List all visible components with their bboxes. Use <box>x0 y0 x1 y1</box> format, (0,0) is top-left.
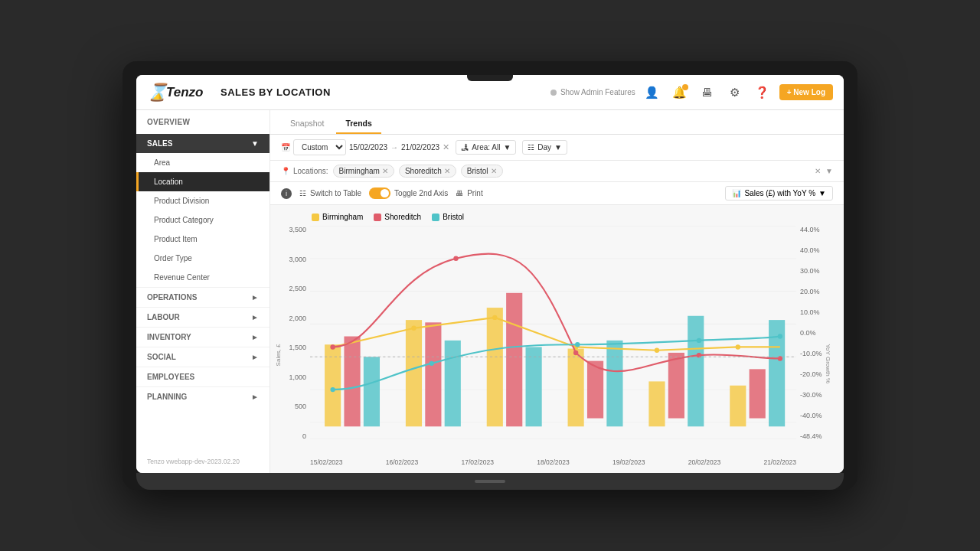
admin-dot-icon <box>550 90 557 96</box>
filter-icon: ☷ <box>528 143 534 152</box>
bar-bristol-3 <box>526 347 542 427</box>
legend-shoreditch: Shoreditch <box>374 213 421 221</box>
bar-bristol-4 <box>606 341 622 426</box>
bar-birmingham-5 <box>648 382 665 427</box>
page-title: SALES BY LOCATION <box>220 86 550 98</box>
dot-bristol-3 <box>575 342 580 347</box>
monitor-icon[interactable]: 🖶 <box>697 82 718 103</box>
y-right-label-rotate: YoY Growth % <box>825 344 832 384</box>
tab-trends[interactable]: Trends <box>336 114 381 134</box>
sidebar-section-social[interactable]: SOCIAL ► <box>136 347 270 367</box>
toggle-switch[interactable] <box>369 187 390 199</box>
planning-chevron-icon: ► <box>251 393 259 401</box>
bar-bristol-2 <box>445 341 461 426</box>
version-label: Tenzo vwebapp-dev-2023.02.20 <box>136 450 270 473</box>
sidebar-section-sales[interactable]: SALES ▼ <box>136 134 270 153</box>
chart-wrap: Sales, £ 3,500 3,000 2,500 2,000 1,500 1… <box>281 226 833 455</box>
dot-shoreditch-3 <box>573 350 578 355</box>
table-icon: ☷ <box>299 189 306 197</box>
filters-bar: 📅 Custom 15/02/2023 → 21/02/2023 ✕ 🏞 Are… <box>270 135 844 161</box>
user-icon[interactable]: 👤 <box>642 82 663 103</box>
metric-chevron-icon: ▼ <box>818 189 826 197</box>
sidebar-section-labour[interactable]: LABOUR ► <box>136 307 270 327</box>
logo-icon: ⌛ <box>147 83 168 103</box>
labour-chevron-icon: ► <box>251 313 259 321</box>
sidebar-section-inventory[interactable]: INVENTORY ► <box>136 327 270 347</box>
laptop-trackpad <box>475 480 505 483</box>
legend-bristol: Bristol <box>432 213 464 221</box>
dot-shoreditch-2 <box>453 256 458 261</box>
dot-bristol-1 <box>330 387 335 392</box>
tab-snapshot[interactable]: Snapshot <box>281 114 333 134</box>
location-tag-bristol[interactable]: Bristol ✕ <box>461 165 503 178</box>
remove-shoreditch-icon[interactable]: ✕ <box>444 167 450 175</box>
arrow-icon: → <box>390 143 398 152</box>
legend-birmingham: Birmingham <box>312 213 363 221</box>
toggle-2nd-axis-btn[interactable]: Toggle 2nd Axis <box>369 187 448 199</box>
day-filter[interactable]: ☷ Day ▼ <box>522 140 567 155</box>
toggle-2nd-axis-label: Toggle 2nd Axis <box>394 189 448 197</box>
metric-selector[interactable]: 📊 Sales (£) with YoY % ▼ <box>725 186 833 201</box>
new-log-button[interactable]: + New Log <box>779 84 833 100</box>
dot-birmingham-6 <box>736 344 740 349</box>
dot-bristol-4 <box>697 338 701 343</box>
calendar-icon: 📅 <box>281 143 290 152</box>
y-axis-right: YoY Growth % 44.0% 40.0% 30.0% 20.0% 10.… <box>796 226 833 455</box>
sidebar-item-location[interactable]: Location <box>136 172 270 191</box>
sidebar-item-product-item[interactable]: Product Item <box>136 230 270 249</box>
social-chevron-icon: ► <box>251 353 259 361</box>
bar-birmingham-6 <box>730 386 746 427</box>
switch-to-table-btn[interactable]: ☷ Switch to Table <box>299 189 361 197</box>
sidebar-item-product-division[interactable]: Product Division <box>136 191 270 210</box>
chart-controls: i ☷ Switch to Table Toggle 2nd Axis <box>270 182 844 205</box>
bell-badge <box>682 84 688 90</box>
bar-bristol-5 <box>688 316 704 427</box>
admin-toggle[interactable]: Show Admin Features <box>550 88 635 96</box>
y-left-label-rotate: Sales, £ <box>275 344 282 367</box>
date-clear-icon[interactable]: ✕ <box>443 142 449 152</box>
help-icon[interactable]: ❓ <box>752 82 773 103</box>
legend-dot-bristol <box>432 214 439 221</box>
location-tag-shoreditch[interactable]: Shoreditch ✕ <box>399 165 456 178</box>
bar-shoreditch-2 <box>425 322 441 426</box>
bar-bristol-6 <box>769 320 785 426</box>
info-icon-btn[interactable]: i <box>281 188 292 199</box>
area-filter[interactable]: 🏞 Area: All ▼ <box>456 140 516 155</box>
chart-svg-element <box>310 226 796 455</box>
remove-bristol-icon[interactable]: ✕ <box>491 167 497 175</box>
day-chevron-icon: ▼ <box>554 143 562 152</box>
area-label: Area: All <box>472 143 500 152</box>
sidebar-overview[interactable]: OVERVIEW <box>136 110 270 134</box>
date-to: 21/02/2023 <box>401 143 439 152</box>
sidebar-item-product-category[interactable]: Product Category <box>136 210 270 230</box>
sidebar-section-operations[interactable]: OPERATIONS ► <box>136 287 270 307</box>
location-tag-birmingham[interactable]: Birmingham ✕ <box>333 165 394 178</box>
sidebar-section-employees[interactable]: EMPLOYEES <box>136 367 270 386</box>
date-type-select[interactable]: Custom <box>293 139 346 155</box>
remove-birmingham-icon[interactable]: ✕ <box>382 167 388 175</box>
date-filter[interactable]: 📅 Custom 15/02/2023 → 21/02/2023 ✕ <box>281 139 449 155</box>
bar-bristol-1 <box>364 357 380 426</box>
admin-toggle-label: Show Admin Features <box>560 88 635 96</box>
content-area: Snapshot Trends 📅 Custom 15/02/2023 → <box>270 110 844 473</box>
locations-clear-icon[interactable]: ✕ <box>815 167 821 175</box>
sales-section-label: SALES <box>147 139 172 148</box>
new-log-label: + New Log <box>787 88 825 96</box>
print-btn[interactable]: 🖶 Print <box>456 189 483 197</box>
map-icon: 📍 <box>281 167 290 175</box>
area-icon: 🏞 <box>461 143 469 152</box>
bar-birmingham-4 <box>568 349 584 427</box>
sidebar-item-area[interactable]: Area <box>136 153 270 172</box>
sidebar-section-planning[interactable]: PLANNING ► <box>136 386 270 406</box>
sidebar-item-revenue-center[interactable]: Revenue Center <box>136 268 270 287</box>
header-actions: Show Admin Features 👤 🔔 🖶 ⚙ ❓ + New Log <box>550 82 833 103</box>
sidebar-item-order-type[interactable]: Order Type <box>136 249 270 268</box>
bar-birmingham-2 <box>406 320 422 426</box>
chart-svg: 15/02/2023 16/02/2023 17/02/2023 18/02/2… <box>310 226 796 455</box>
print-label: Print <box>467 189 483 197</box>
locations-bar: 📍 Locations: Birmingham ✕ Shoreditch ✕ <box>270 161 844 182</box>
settings-icon[interactable]: ⚙ <box>724 82 746 103</box>
info-icon: i <box>281 188 292 199</box>
bell-icon[interactable]: 🔔 <box>669 82 691 103</box>
switch-to-table-label: Switch to Table <box>310 189 361 197</box>
